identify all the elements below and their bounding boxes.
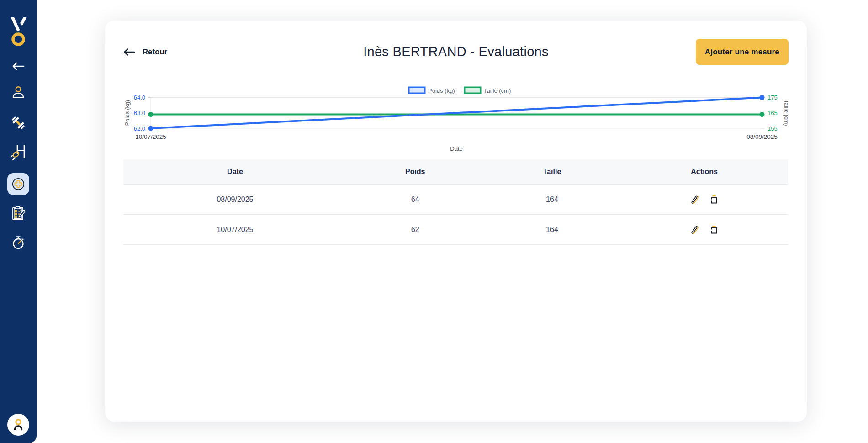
cell-date: 08/09/2025 <box>123 185 347 214</box>
col-header-taille: Taille <box>484 159 621 184</box>
svg-text:10/07/2025: 10/07/2025 <box>135 133 166 140</box>
measures-table: Date Poids Taille Actions 08/09/2025 64 … <box>123 159 788 245</box>
sidebar-item-evaluations-active[interactable] <box>7 173 29 195</box>
evolution-chart: Poids (kg) Taille (cm) <box>123 84 788 153</box>
svg-text:175: 175 <box>767 94 778 101</box>
svg-text:Date: Date <box>450 145 462 152</box>
delete-button[interactable] <box>709 194 720 205</box>
trash-icon <box>709 195 719 205</box>
table-row: 10/07/2025 62 164 <box>123 215 788 245</box>
svg-text:155: 155 <box>767 125 778 132</box>
col-header-actions: Actions <box>620 159 788 184</box>
cell-actions <box>620 185 788 214</box>
svg-text:Taille (cm): Taille (cm) <box>783 100 788 126</box>
add-measure-button[interactable]: Ajouter une mesure <box>696 39 789 65</box>
x-axis: 10/07/2025 08/09/2025 Date <box>135 133 778 152</box>
line-chart: Poids (kg) Taille (cm) <box>123 84 788 153</box>
col-header-poids: Poids <box>347 159 484 184</box>
edit-button[interactable] <box>689 224 700 235</box>
table-row: 08/09/2025 64 164 <box>123 185 788 215</box>
sidebar-item-back[interactable] <box>0 60 37 73</box>
stopwatch-icon <box>9 233 27 252</box>
evaluations-card: Retour Inès BERTRAND - Evaluations Ajout… <box>105 21 807 422</box>
svg-text:63.0: 63.0 <box>134 110 145 116</box>
sidebar-item-users[interactable] <box>0 84 37 103</box>
sidebar-item-programs[interactable] <box>0 204 37 222</box>
main-area: Retour Inès BERTRAND - Evaluations Ajout… <box>37 0 868 443</box>
svg-text:Taille (cm): Taille (cm) <box>484 87 511 94</box>
svg-text:Poids (kg): Poids (kg) <box>428 87 455 94</box>
rugby-goalpost-icon <box>9 143 28 162</box>
medal-logo-icon <box>8 13 28 47</box>
svg-text:165: 165 <box>767 110 778 116</box>
app-logo[interactable] <box>0 13 37 47</box>
right-axis: 175 165 155 Taille (cm) <box>767 94 788 132</box>
table-header-row: Date Poids Taille Actions <box>123 159 788 185</box>
edit-pencil-icon <box>689 195 699 205</box>
sidebar-item-timer[interactable] <box>0 233 37 252</box>
svg-text:08/09/2025: 08/09/2025 <box>746 133 778 140</box>
edit-pencil-icon <box>689 225 699 235</box>
page-title: Inès BERTRAND - Evaluations <box>123 39 789 65</box>
left-axis: 64.0 63.0 62.0 Poids (kg) <box>124 94 145 132</box>
delete-button[interactable] <box>709 224 720 235</box>
user-icon <box>9 84 27 103</box>
cell-taille: 164 <box>484 215 621 244</box>
back-arrow-icon <box>11 61 25 72</box>
cell-date: 10/07/2025 <box>123 215 347 244</box>
user-avatar[interactable] <box>7 414 29 436</box>
dumbbell-icon <box>9 114 27 132</box>
svg-text:62.0: 62.0 <box>134 125 145 132</box>
health-plus-icon <box>11 177 25 191</box>
sidebar-item-training[interactable] <box>0 114 37 132</box>
cell-taille: 164 <box>484 185 621 214</box>
svg-text:64.0: 64.0 <box>134 94 145 101</box>
card-header: Retour Inès BERTRAND - Evaluations Ajout… <box>123 39 789 65</box>
cell-poids: 64 <box>347 185 484 214</box>
sidebar-item-rugby[interactable] <box>0 143 37 162</box>
sidebar <box>0 0 37 443</box>
cell-actions <box>620 215 788 244</box>
edit-button[interactable] <box>689 194 700 205</box>
chart-legend[interactable]: Poids (kg) Taille (cm) <box>409 87 511 94</box>
svg-text:Poids (kg): Poids (kg) <box>124 100 131 126</box>
trash-icon <box>709 225 719 235</box>
clipboard-checklist-icon <box>9 204 27 222</box>
cell-poids: 62 <box>347 215 484 244</box>
avatar-person-icon <box>11 417 26 432</box>
col-header-date: Date <box>123 159 347 184</box>
